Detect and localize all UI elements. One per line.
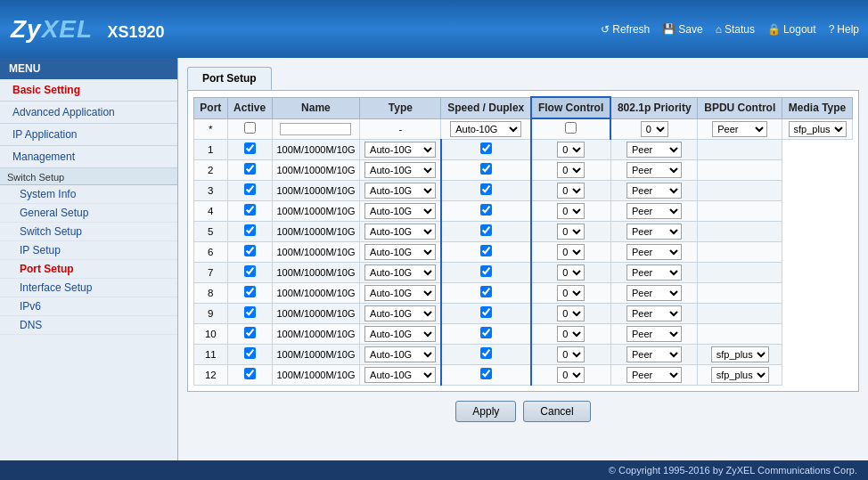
media-10[interactable] xyxy=(698,323,782,344)
media-4[interactable] xyxy=(698,200,782,221)
refresh-button[interactable]: ↺ Refresh xyxy=(601,23,650,36)
select-speed-7[interactable]: Auto-10GAuto-1G100M-Full1000M-Full10G-Fu… xyxy=(364,264,436,281)
select-speed-2[interactable]: Auto-10GAuto-1G100M-Full1000M-Full10G-Fu… xyxy=(364,162,436,178)
active-6[interactable] xyxy=(227,241,272,262)
priority-3[interactable]: 01234567 xyxy=(531,180,610,200)
speed-6[interactable]: Auto-10GAuto-1G100M-Full1000M-Full10G-Fu… xyxy=(360,241,441,262)
bpdu-3[interactable]: PeerTunnelDiscard xyxy=(610,180,698,200)
sidebar-item-ipv6[interactable]: IPv6 xyxy=(0,297,177,316)
flow-ctrl-1[interactable] xyxy=(441,139,531,159)
media-8[interactable] xyxy=(698,282,782,303)
active-wildcard[interactable] xyxy=(227,118,272,139)
select-priority-4[interactable]: 01234567 xyxy=(557,203,585,219)
select-bpdu-5[interactable]: PeerTunnelDiscard xyxy=(626,224,682,240)
select-bpdu-10[interactable]: PeerTunnelDiscard xyxy=(626,326,682,342)
select-speed-4[interactable]: Auto-10GAuto-1G100M-Full1000M-Full10G-Fu… xyxy=(364,203,436,219)
checkbox-active-6[interactable] xyxy=(244,245,256,256)
checkbox-active-7[interactable] xyxy=(244,265,256,277)
select-bpdu-6[interactable]: PeerTunnelDiscard xyxy=(626,244,682,260)
speed-11[interactable]: Auto-10GAuto-1G100M-Full1000M-Full10G-Fu… xyxy=(360,344,441,364)
select-speed-11[interactable]: Auto-10GAuto-1G100M-Full1000M-Full10G-Fu… xyxy=(364,346,436,362)
select-priority-2[interactable]: 01234567 xyxy=(557,162,585,178)
select-priority-9[interactable]: 01234567 xyxy=(557,305,585,321)
checkbox-flow-7[interactable] xyxy=(480,265,492,277)
priority-9[interactable]: 01234567 xyxy=(531,303,610,323)
priority-4[interactable]: 01234567 xyxy=(531,200,610,221)
speed-5[interactable]: Auto-10GAuto-1G100M-Full1000M-Full10G-Fu… xyxy=(360,221,441,241)
bpdu-8[interactable]: PeerTunnelDiscard xyxy=(610,282,698,303)
select-media-11[interactable]: sfp_pluscopper xyxy=(711,346,769,362)
checkbox-active-1[interactable] xyxy=(244,142,256,154)
select-bpdu-1[interactable]: PeerTunnelDiscard xyxy=(626,142,682,158)
sidebar-item-port-setup[interactable]: Port Setup xyxy=(0,260,177,279)
sidebar-item-advanced-application[interactable]: Advanced Application xyxy=(0,102,177,124)
checkbox-flow-9[interactable] xyxy=(480,306,492,318)
media-6[interactable] xyxy=(698,241,782,262)
active-2[interactable] xyxy=(227,159,272,180)
bpdu-12[interactable]: PeerTunnelDiscard xyxy=(610,364,698,385)
checkbox-active-10[interactable] xyxy=(244,327,256,338)
bpdu-7[interactable]: PeerTunnelDiscard xyxy=(610,262,698,282)
select-bpdu-8[interactable]: PeerTunnelDiscard xyxy=(626,285,682,301)
select-speed-1[interactable]: Auto-10GAuto-1G100M-Full1000M-Full10G-Fu… xyxy=(364,142,436,158)
select-priority-6[interactable]: 01234567 xyxy=(557,244,585,260)
speed-9[interactable]: Auto-10GAuto-1G100M-Full1000M-Full10G-Fu… xyxy=(360,303,441,323)
sidebar-item-dns[interactable]: DNS xyxy=(0,316,177,335)
select-priority-10[interactable]: 01234567 xyxy=(557,326,585,342)
flow-ctrl-11[interactable] xyxy=(441,344,531,364)
speed-2[interactable]: Auto-10GAuto-1G100M-Full1000M-Full10G-Fu… xyxy=(360,159,441,180)
bpdu-5[interactable]: PeerTunnelDiscard xyxy=(610,221,698,241)
bpdu-9[interactable]: PeerTunnelDiscard xyxy=(610,303,698,323)
priority-8[interactable]: 01234567 xyxy=(531,282,610,303)
active-10[interactable] xyxy=(227,323,272,344)
select-priority-7[interactable]: 01234567 xyxy=(557,264,585,281)
priority-12[interactable]: 01234567 xyxy=(531,364,610,385)
priority-7[interactable]: 01234567 xyxy=(531,262,610,282)
bpdu-10[interactable]: PeerTunnelDiscard xyxy=(610,323,698,344)
active-3[interactable] xyxy=(227,180,272,200)
priority-wildcard[interactable]: 01234567 xyxy=(610,118,698,139)
select-speed-5[interactable]: Auto-10GAuto-1G100M-Full1000M-Full10G-Fu… xyxy=(364,224,436,240)
speed-3[interactable]: Auto-10GAuto-1G100M-Full1000M-Full10G-Fu… xyxy=(360,180,441,200)
checkbox-active-4[interactable] xyxy=(244,204,256,216)
sidebar-item-management[interactable]: Management xyxy=(0,146,177,168)
media-7[interactable] xyxy=(698,262,782,282)
active-12[interactable] xyxy=(227,364,272,385)
flow-ctrl-9[interactable] xyxy=(441,303,531,323)
bpdu-2[interactable]: PeerTunnelDiscard xyxy=(610,159,698,180)
cancel-button[interactable]: Cancel xyxy=(523,401,590,422)
help-button[interactable]: ? Help xyxy=(829,23,859,36)
speed-7[interactable]: Auto-10GAuto-1G100M-Full1000M-Full10G-Fu… xyxy=(360,262,441,282)
bpdu-11[interactable]: PeerTunnelDiscard xyxy=(610,344,698,364)
active-4[interactable] xyxy=(227,200,272,221)
checkbox-flow-3[interactable] xyxy=(480,183,492,195)
select-priority-8[interactable]: 01234567 xyxy=(557,285,585,301)
select-speed-8[interactable]: Auto-10GAuto-1G100M-Full1000M-Full10G-Fu… xyxy=(364,285,436,301)
sidebar-item-basic-setting[interactable]: Basic Setting xyxy=(0,79,177,102)
sidebar-item-general-setup[interactable]: General Setup xyxy=(0,204,177,223)
active-8[interactable] xyxy=(227,282,272,303)
input-name-wildcard[interactable] xyxy=(280,123,351,135)
checkbox-flow-2[interactable] xyxy=(480,163,492,175)
tab-port-setup[interactable]: Port Setup xyxy=(187,67,272,90)
bpdu-wildcard[interactable]: PeerTunnelDiscard xyxy=(698,118,782,139)
speed-wildcard[interactable]: Auto-10GAuto-1G100M-Full1000M-Full10G-Fu… xyxy=(441,118,531,139)
select-bpdu-7[interactable]: PeerTunnelDiscard xyxy=(626,264,682,281)
active-7[interactable] xyxy=(227,262,272,282)
checkbox-flow-wildcard[interactable] xyxy=(565,122,577,134)
active-11[interactable] xyxy=(227,344,272,364)
priority-6[interactable]: 01234567 xyxy=(531,241,610,262)
sidebar-item-interface-setup[interactable]: Interface Setup xyxy=(0,279,177,297)
checkbox-active-12[interactable] xyxy=(244,368,256,379)
bpdu-4[interactable]: PeerTunnelDiscard xyxy=(610,200,698,221)
checkbox-flow-10[interactable] xyxy=(480,327,492,338)
media-3[interactable] xyxy=(698,180,782,200)
select-speed-10[interactable]: Auto-10GAuto-1G100M-Full1000M-Full10G-Fu… xyxy=(364,326,436,342)
speed-10[interactable]: Auto-10GAuto-1G100M-Full1000M-Full10G-Fu… xyxy=(360,323,441,344)
sidebar-item-system-info[interactable]: System Info xyxy=(0,185,177,204)
select-bpdu-3[interactable]: PeerTunnelDiscard xyxy=(626,183,682,199)
priority-5[interactable]: 01234567 xyxy=(531,221,610,241)
flow-ctrl-12[interactable] xyxy=(441,364,531,385)
speed-1[interactable]: Auto-10GAuto-1G100M-Full1000M-Full10G-Fu… xyxy=(360,139,441,159)
media-11[interactable]: sfp_pluscopper xyxy=(698,344,782,364)
